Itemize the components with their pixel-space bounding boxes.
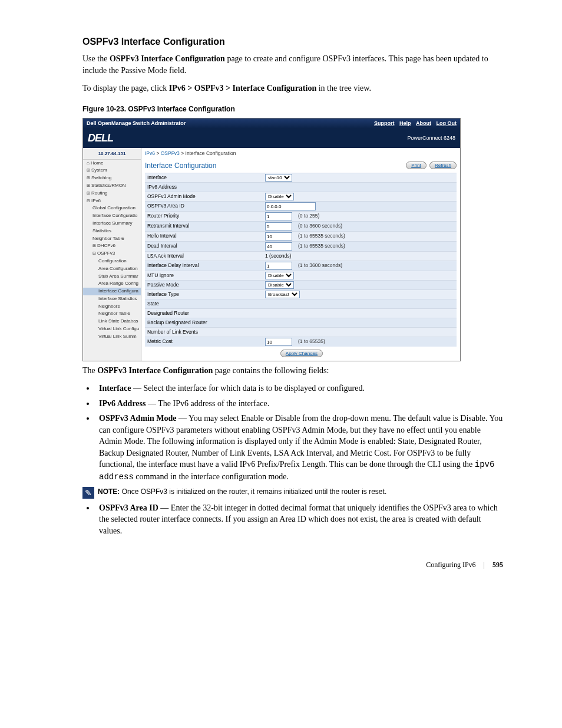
- nav-stats[interactable]: Statistics/RMON: [83, 182, 141, 190]
- nav-item[interactable]: Virtual Link Summ: [83, 333, 141, 341]
- form-row: MTU IgnoreDisable: [145, 271, 457, 280]
- field-label: Hello Interval: [147, 233, 265, 240]
- field-input[interactable]: [265, 232, 292, 241]
- field-hint: (0 to 3600 seconds): [298, 223, 342, 230]
- field-label: Interface Delay Interval: [147, 262, 265, 269]
- nav-item[interactable]: Neighbors: [83, 303, 141, 311]
- field-select[interactable]: Disable: [265, 281, 294, 289]
- brand-bar: DELL PowerConnect 6248: [83, 129, 460, 148]
- form-row: Retransmit Interval(0 to 3600 seconds): [145, 221, 457, 231]
- list-item: OSPFv3 Area ID — Enter the 32-bit intege…: [95, 502, 503, 537]
- refresh-button[interactable]: Refresh: [429, 162, 457, 169]
- page-footer: Configuring IPv6 | 595: [82, 560, 503, 570]
- field-name: IPv6 Address: [99, 399, 146, 408]
- crumb-current: Interface Configuration: [186, 150, 236, 156]
- field-label: OSPFv3 Area ID: [147, 203, 265, 210]
- nav-ospfv3[interactable]: OSPFv3: [83, 250, 141, 258]
- intro-p1: Use the OSPFv3 Interface Configuration p…: [82, 53, 503, 76]
- form-row: Number of Link Events: [145, 327, 457, 337]
- form-row: Interfacevlan10: [145, 173, 457, 182]
- window-titlebar: Dell OpenManage Switch Administrator Sup…: [83, 118, 460, 129]
- form-row: Passive ModeDisable: [145, 280, 457, 289]
- field-label: Interface Type: [147, 291, 265, 298]
- about-link[interactable]: About: [416, 120, 431, 126]
- nav-item[interactable]: DHCPv6: [83, 242, 141, 250]
- field-label: Passive Mode: [147, 282, 265, 289]
- nav-system[interactable]: System: [83, 167, 141, 174]
- nav-home[interactable]: Home: [83, 160, 141, 167]
- field-input[interactable]: [265, 338, 292, 346]
- form-row: OSPFv3 Area ID: [145, 201, 457, 211]
- field-desc: — The IPv6 address of the interface.: [146, 399, 269, 408]
- field-label: Interface: [147, 174, 265, 182]
- form-row: IPv6 Address: [145, 182, 457, 192]
- form-row: Dead Interval(1 to 65535 seconds): [145, 241, 457, 251]
- list-item: Interface — Select the interface for whi…: [95, 383, 503, 394]
- nav-item[interactable]: Global Configuration: [83, 205, 141, 212]
- nav-item[interactable]: Neighbor Table: [83, 235, 141, 243]
- form-row: Interface Delay Interval(1 to 3600 secon…: [145, 261, 457, 271]
- field-select[interactable]: Broadcast: [265, 291, 300, 298]
- nav-routing[interactable]: Routing: [83, 190, 141, 197]
- intro-p2: To display the page, click IPv6 > OSPFv3…: [82, 83, 503, 94]
- help-link[interactable]: Help: [399, 120, 411, 126]
- nav-item[interactable]: Neighbor Table: [83, 310, 141, 318]
- nav-item[interactable]: Area Configuration: [83, 265, 141, 273]
- nav-item[interactable]: Stub Area Summar: [83, 273, 141, 281]
- field-name: OSPFv3 Area ID: [99, 503, 158, 512]
- nav-item[interactable]: Configuration: [83, 258, 141, 265]
- nav-item[interactable]: Interface Statistics: [83, 295, 141, 303]
- footer-sep: |: [484, 561, 485, 569]
- text: Use the: [82, 54, 110, 63]
- note-icon: ✎: [82, 487, 94, 499]
- field-select[interactable]: Disable: [265, 193, 294, 200]
- support-link[interactable]: Support: [374, 120, 395, 126]
- nav-item[interactable]: Virtual Link Configu: [83, 325, 141, 333]
- field-select[interactable]: Disable: [265, 272, 294, 279]
- figure-caption: Figure 10-23. OSPFv3 Interface Configura…: [82, 104, 503, 114]
- field-label: OSPFv3 Admin Mode: [147, 193, 265, 200]
- breadcrumb: IPv6 > OSPFv3 > Interface Configuration: [145, 150, 457, 157]
- nav-item-selected[interactable]: Interface Configura: [83, 288, 141, 295]
- field-label: Router Priority: [147, 213, 265, 220]
- form-row: Hello Interval(1 to 65535 seconds): [145, 231, 457, 241]
- nav-item[interactable]: Interface Summary: [83, 220, 141, 228]
- nav-switching[interactable]: Switching: [83, 174, 141, 182]
- form-row: Router Priority(0 to 255): [145, 211, 457, 221]
- logout-link[interactable]: Log Out: [437, 120, 457, 126]
- nav-item[interactable]: Interface Configuratio: [83, 212, 141, 220]
- text: To display the page, click: [82, 84, 169, 93]
- crumb-ospfv3[interactable]: OSPFv3: [161, 150, 180, 156]
- field-select[interactable]: vlan10: [265, 174, 292, 182]
- field-input[interactable]: [265, 202, 316, 210]
- field-hint: (1 to 65535): [298, 338, 325, 345]
- nav-ipv6[interactable]: IPv6: [83, 197, 141, 205]
- field-label: Metric Cost: [147, 338, 265, 345]
- dell-logo: DELL: [88, 131, 113, 146]
- crumb-ipv6[interactable]: IPv6: [145, 150, 155, 156]
- field-input[interactable]: [265, 212, 292, 220]
- field-label: Dead Interval: [147, 243, 265, 250]
- form-row: OSPFv3 Admin ModeDisable: [145, 192, 457, 201]
- field-label: Number of Link Events: [147, 329, 265, 336]
- list-item: IPv6 Address — The IPv6 address of the i…: [95, 398, 503, 410]
- note-label: NOTE:: [98, 487, 120, 496]
- form-row: Backup Designated Router: [145, 318, 457, 327]
- field-label: MTU Ignore: [147, 272, 265, 279]
- field-input[interactable]: [265, 262, 292, 270]
- nav-item[interactable]: Link State Databas: [83, 318, 141, 325]
- field-value: 1 (seconds): [265, 253, 291, 260]
- nav-item[interactable]: Statistics: [83, 228, 141, 235]
- page-title: Interface Configuration: [145, 161, 216, 171]
- form-row: Metric Cost(1 to 65535): [145, 337, 457, 347]
- field-input[interactable]: [265, 242, 292, 251]
- note: ✎ NOTE: Once OSPFv3 is initialized on th…: [82, 487, 503, 499]
- form-row: Interface TypeBroadcast: [145, 289, 457, 299]
- print-button[interactable]: Print: [406, 162, 426, 169]
- field-input[interactable]: [265, 222, 292, 230]
- footer-page-number: 595: [492, 561, 503, 569]
- apply-changes-button[interactable]: Apply Changes: [280, 350, 323, 357]
- note-text: Once OSPFv3 is initialized on the router…: [120, 487, 386, 496]
- text: page contains the following fields:: [213, 366, 329, 375]
- nav-item[interactable]: Area Range Config: [83, 280, 141, 288]
